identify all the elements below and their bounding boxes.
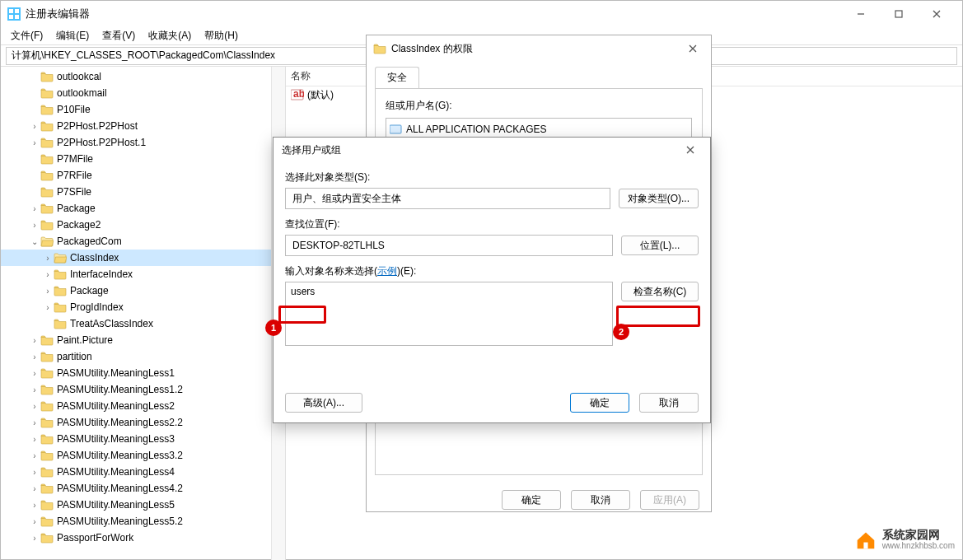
tree-node-label: PASMUtility.MeaningLess1 (57, 367, 175, 379)
tree-node[interactable]: ›Package (1, 282, 285, 299)
folder-icon (54, 301, 67, 313)
object-names-input[interactable]: users (285, 282, 613, 346)
permissions-title: ClassIndex 的权限 (391, 42, 681, 56)
chevron-right-icon[interactable]: › (42, 287, 54, 296)
tree-node[interactable]: •TreatAsClassIndex (1, 315, 285, 332)
chevron-right-icon[interactable]: › (42, 270, 54, 279)
tree-node[interactable]: ›PASMUtility.MeaningLess4 (1, 464, 285, 480)
folder-icon (40, 334, 54, 346)
chevron-right-icon[interactable]: › (29, 468, 40, 477)
tree-node[interactable]: ›PASMUtility.MeaningLess3 (1, 431, 285, 447)
chevron-right-icon[interactable]: › (29, 402, 40, 411)
chevron-right-icon[interactable]: › (29, 369, 40, 378)
chevron-right-icon[interactable]: › (29, 138, 40, 147)
tree-node[interactable]: •P7MFile (1, 151, 285, 167)
menu-edit[interactable]: 编辑(E) (49, 27, 96, 44)
tree-node[interactable]: ›PASMUtility.MeaningLess1.2 (1, 381, 285, 398)
minimize-button[interactable] (842, 1, 880, 27)
tree-node[interactable]: •P7SFile (1, 184, 285, 200)
group-item[interactable]: ALL APPLICATION PACKAGES (390, 122, 688, 137)
chevron-right-icon[interactable]: › (29, 451, 40, 460)
chevron-right-icon[interactable]: › (29, 336, 40, 345)
tree-node-label: partition (57, 351, 92, 362)
folder-icon (40, 532, 54, 544)
value-name: (默认) (307, 88, 334, 102)
location-label: 查找位置(F): (285, 217, 699, 231)
permissions-title-bar: ClassIndex 的权限 (367, 35, 711, 62)
tree-node[interactable]: ⌄PackagedCom (1, 233, 285, 250)
tree-node[interactable]: ›P2PHost.P2PHost.1 (1, 134, 285, 151)
tree-node[interactable]: ›PASMUtility.MeaningLess5.2 (1, 513, 285, 530)
chevron-right-icon[interactable]: › (29, 517, 40, 526)
tree-node[interactable]: ›partition (1, 348, 285, 365)
maximize-button[interactable] (880, 1, 918, 27)
tree-node[interactable]: ›Package (1, 200, 285, 217)
tree-node-label: ProgIdIndex (70, 301, 124, 313)
chevron-right-icon[interactable]: › (29, 122, 40, 131)
check-names-button[interactable]: 检查名称(C) (621, 282, 699, 301)
example-link[interactable]: 示例 (377, 265, 397, 277)
tree-node[interactable]: ›P2PHost.P2PHost (1, 118, 285, 134)
object-type-label: 选择此对象类型(S): (285, 170, 699, 184)
perm-ok-button[interactable]: 确定 (502, 490, 561, 510)
menu-view[interactable]: 查看(V) (96, 27, 142, 44)
tree-node[interactable]: ›InterfaceIndex (1, 266, 285, 282)
chevron-right-icon[interactable]: › (29, 501, 40, 510)
chevron-right-icon: • (42, 320, 54, 329)
tree-node[interactable]: ›Paint.Picture (1, 332, 285, 348)
chevron-right-icon[interactable]: › (29, 352, 40, 362)
close-icon[interactable] (679, 138, 702, 161)
chevron-right-icon[interactable]: › (29, 435, 40, 444)
svg-rect-9 (390, 125, 401, 133)
chevron-down-icon[interactable]: ⌄ (29, 237, 40, 246)
tree-node[interactable]: ›ProgIdIndex (1, 299, 285, 315)
chevron-right-icon: • (29, 72, 40, 82)
object-types-button[interactable]: 对象类型(O)... (619, 189, 699, 208)
folder-icon (40, 153, 54, 165)
tree-node[interactable]: ›Package2 (1, 217, 285, 233)
tree-node[interactable]: •P7RFile (1, 167, 285, 184)
chevron-right-icon[interactable]: › (42, 254, 54, 263)
tab-security[interactable]: 安全 (375, 67, 419, 88)
tree-node[interactable]: ›PASMUtility.MeaningLess5 (1, 497, 285, 513)
folder-icon (40, 137, 54, 148)
close-button[interactable] (918, 1, 956, 27)
watermark: 系统家园网 www.hnzkhbsb.com (854, 529, 955, 552)
svg-text:ab: ab (293, 89, 304, 100)
chevron-right-icon[interactable]: › (29, 534, 40, 543)
advanced-button[interactable]: 高级(A)... (285, 393, 362, 413)
string-value-icon: ab (291, 89, 304, 100)
tree-pane[interactable]: •outlookcal•outlookmail•P10File›P2PHost.… (1, 67, 286, 560)
chevron-right-icon[interactable]: › (42, 303, 54, 312)
tree-node[interactable]: •outlookmail (1, 85, 285, 101)
tree-node[interactable]: ›PASMUtility.MeaningLess2.2 (1, 414, 285, 431)
tree-node[interactable]: ›PassportForWork (1, 530, 285, 546)
chevron-right-icon[interactable]: › (29, 221, 40, 230)
perm-cancel-button[interactable]: 取消 (571, 490, 630, 510)
chevron-right-icon[interactable]: › (29, 204, 40, 213)
folder-icon (373, 43, 386, 54)
folder-icon (40, 367, 54, 379)
tree-node[interactable]: •outlookcal (1, 68, 285, 85)
menu-file[interactable]: 文件(F) (4, 27, 49, 44)
locations-button[interactable]: 位置(L)... (621, 236, 699, 255)
tree-node-label: PASMUtility.MeaningLess5 (57, 499, 175, 511)
tree-node[interactable]: ›PASMUtility.MeaningLess4.2 (1, 480, 285, 497)
menu-help[interactable]: 帮助(H) (198, 27, 245, 44)
location-field: DESKTOP-82TLHLS (285, 235, 613, 256)
ok-button[interactable]: 确定 (570, 393, 629, 413)
tree-node[interactable]: ›PASMUtility.MeaningLess2 (1, 398, 285, 414)
chevron-right-icon[interactable]: › (29, 484, 40, 493)
tree-node[interactable]: ›PASMUtility.MeaningLess1 (1, 365, 285, 381)
cancel-button[interactable]: 取消 (639, 393, 699, 413)
close-icon[interactable] (681, 37, 704, 60)
watermark-title: 系统家园网 (882, 529, 955, 540)
menu-favorites[interactable]: 收藏夹(A) (142, 27, 198, 44)
tree-node[interactable]: •P10File (1, 101, 285, 118)
tree-node[interactable]: ›ClassIndex (1, 250, 285, 266)
chevron-right-icon[interactable]: › (29, 385, 40, 394)
tree-node-label: PackagedCom (57, 236, 122, 247)
tree-node-label: Package (70, 285, 109, 296)
chevron-right-icon[interactable]: › (29, 418, 40, 427)
tree-node[interactable]: ›PASMUtility.MeaningLess3.2 (1, 447, 285, 464)
